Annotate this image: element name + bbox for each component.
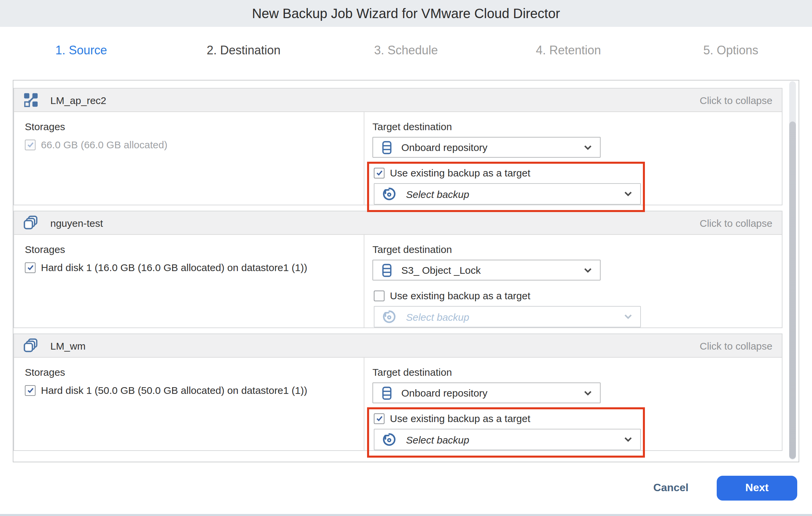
target-destination-label: Target destination: [372, 121, 782, 132]
target-destination-dropdown[interactable]: S3_ Object _Lock: [372, 260, 601, 281]
chevron-down-icon: [584, 390, 592, 396]
wizard-steps: 1. Source 2. Destination 3. Schedule 4. …: [0, 27, 812, 74]
use-existing-checkbox[interactable]: [374, 413, 384, 424]
collapse-hint: Click to collapse: [700, 94, 773, 106]
scrollbar-thumb[interactable]: [789, 121, 796, 459]
use-existing-checkbox[interactable]: [374, 167, 384, 178]
target-destination-value: Onboard repository: [401, 387, 488, 399]
tab-schedule[interactable]: 3. Schedule: [325, 27, 487, 74]
sections-scroll-area: LM_ap_rec2 Click to collapse Storages 66…: [13, 80, 799, 462]
tab-retention[interactable]: 4. Retention: [487, 27, 649, 74]
repository-icon: [381, 141, 393, 154]
select-backup-dropdown[interactable]: Select backup: [374, 429, 641, 450]
storage-checkbox[interactable]: [25, 385, 35, 396]
page-title: New Backup Job Wizard for VMware Cloud D…: [252, 6, 560, 21]
vapp-network-icon: [24, 93, 38, 107]
chevron-down-icon: [624, 314, 632, 319]
target-destination-label: Target destination: [372, 366, 782, 378]
chevron-down-icon: [624, 437, 632, 442]
storages-column: Storages Hard disk 1 (50.0 GB (50.0 GB a…: [14, 357, 364, 450]
dialog-bottom-edge: [0, 514, 812, 516]
section-lm-ap-rec2: LM_ap_rec2 Click to collapse Storages 66…: [13, 88, 782, 205]
use-existing-backup-group: Use existing backup as a target Select b…: [367, 162, 645, 212]
use-existing-checkbox[interactable]: [374, 290, 384, 301]
section-header[interactable]: nguyen-test Click to collapse: [14, 211, 782, 235]
cancel-button[interactable]: Cancel: [653, 482, 689, 494]
target-column: Target destination S3_ Object _Lock: [364, 235, 782, 327]
select-backup-dropdown: Select backup: [374, 306, 641, 327]
storages-label: Storages: [25, 366, 364, 378]
use-existing-label: Use existing backup as a target: [390, 167, 530, 178]
section-lm-wm: LM_wm Click to collapse Storages Hard di…: [13, 334, 782, 451]
section-name: nguyen-test: [50, 217, 103, 228]
target-destination-label: Target destination: [372, 243, 782, 255]
storages-label: Storages: [25, 243, 364, 255]
section-body: Storages Hard disk 1 (50.0 GB (50.0 GB a…: [14, 357, 782, 450]
select-backup-dropdown[interactable]: Select backup: [374, 183, 641, 205]
target-destination-value: S3_ Object _Lock: [401, 264, 481, 276]
tab-options[interactable]: 5. Options: [649, 27, 812, 74]
use-existing-row[interactable]: Use existing backup as a target: [374, 413, 640, 424]
tab-destination[interactable]: 2. Destination: [163, 27, 325, 74]
use-existing-label: Use existing backup as a target: [390, 290, 530, 301]
repository-icon: [381, 386, 393, 400]
section-body: Storages 66.0 GB (66.0 GB allocated) Tar…: [14, 112, 782, 205]
use-existing-backup-group: Use existing backup as a target Select b…: [367, 285, 645, 335]
select-backup-placeholder: Select backup: [406, 188, 469, 200]
use-existing-row[interactable]: Use existing backup as a target: [374, 167, 640, 178]
repository-icon: [381, 263, 393, 277]
restore-icon: [381, 309, 397, 325]
section-nguyen-test: nguyen-test Click to collapse Storages H…: [13, 211, 782, 328]
storage-label: Hard disk 1 (16.0 GB (16.0 GB allocated)…: [41, 262, 307, 273]
storage-label: 66.0 GB (66.0 GB allocated): [41, 139, 168, 150]
storage-item: 66.0 GB (66.0 GB allocated): [25, 139, 364, 150]
collapse-hint: Click to collapse: [700, 217, 773, 228]
select-backup-placeholder: Select backup: [406, 311, 469, 322]
target-destination-dropdown[interactable]: Onboard repository: [372, 137, 601, 158]
use-existing-row[interactable]: Use existing backup as a target: [374, 290, 640, 301]
vapp-icon: [24, 216, 38, 230]
storage-checkbox[interactable]: [25, 262, 35, 273]
storages-column: Storages 66.0 GB (66.0 GB allocated): [14, 112, 364, 205]
storage-item[interactable]: Hard disk 1 (16.0 GB (16.0 GB allocated)…: [25, 262, 364, 273]
chevron-down-icon: [584, 267, 592, 273]
use-existing-label: Use existing backup as a target: [390, 413, 530, 424]
target-destination-value: Onboard repository: [401, 142, 488, 153]
vapp-icon: [24, 338, 38, 353]
storages-label: Storages: [25, 121, 364, 132]
storages-column: Storages Hard disk 1 (16.0 GB (16.0 GB a…: [14, 235, 364, 327]
section-body: Storages Hard disk 1 (16.0 GB (16.0 GB a…: [14, 235, 782, 327]
chevron-down-icon: [584, 145, 592, 150]
section-header[interactable]: LM_wm Click to collapse: [14, 334, 782, 357]
target-destination-dropdown[interactable]: Onboard repository: [372, 382, 601, 403]
target-column: Target destination Onboard repository: [364, 357, 782, 450]
storage-label: Hard disk 1 (50.0 GB (50.0 GB allocated)…: [41, 384, 307, 396]
title-bar: New Backup Job Wizard for VMware Cloud D…: [0, 0, 812, 27]
restore-icon: [381, 431, 397, 448]
next-button[interactable]: Next: [717, 476, 797, 500]
collapse-hint: Click to collapse: [700, 340, 773, 351]
target-column: Target destination Onboard repository: [364, 112, 782, 205]
wizard-dialog: New Backup Job Wizard for VMware Cloud D…: [0, 0, 812, 516]
storage-item[interactable]: Hard disk 1 (50.0 GB (50.0 GB allocated)…: [25, 384, 364, 396]
footer-actions: Cancel Next: [653, 475, 797, 500]
section-name: LM_ap_rec2: [50, 94, 106, 106]
chevron-down-icon: [624, 191, 632, 197]
tab-source[interactable]: 1. Source: [0, 27, 163, 74]
storage-checkbox: [25, 139, 35, 150]
section-header[interactable]: LM_ap_rec2 Click to collapse: [14, 89, 782, 112]
use-existing-backup-group: Use existing backup as a target Select b…: [367, 407, 645, 458]
restore-icon: [381, 186, 397, 202]
select-backup-placeholder: Select backup: [406, 434, 469, 445]
section-name: LM_wm: [50, 340, 86, 351]
